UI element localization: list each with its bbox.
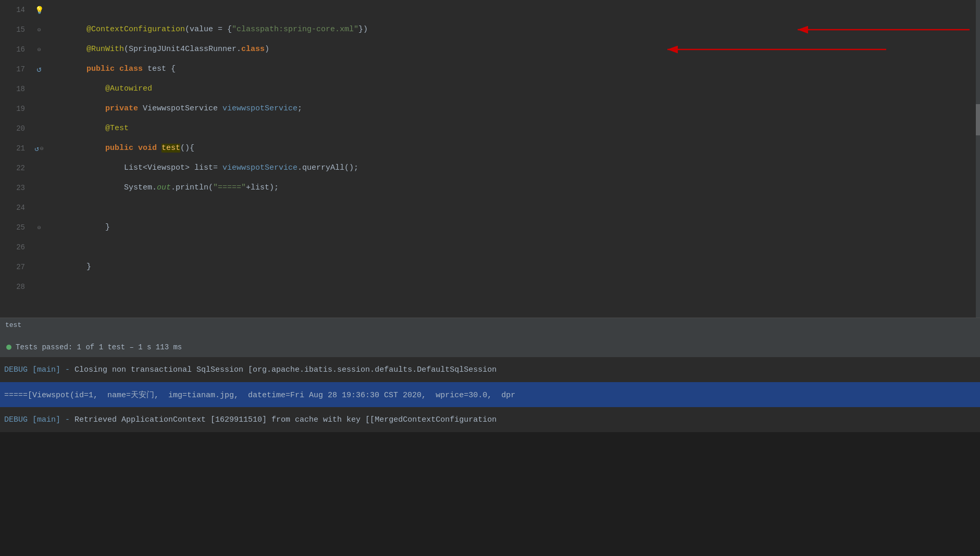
refresh-icon: ↺ [34,144,39,153]
line-number: 17 [0,65,31,73]
line-28: 28 [0,277,980,297]
line-27: 27 } [0,257,980,277]
refresh-icon: ↺ [36,64,42,74]
line-number: 28 [0,283,31,291]
line-number: 22 [0,164,31,172]
console-output: DEBUG [main] - Closing non transactional… [0,357,980,432]
line-number: 15 [0,26,31,34]
line-number: 21 [0,144,31,153]
line-number: 19 [0,105,31,113]
breadcrumb: test [5,321,21,329]
line-number: 25 [0,223,31,232]
lightbulb-icon: 💡 [35,6,44,15]
editor-area: 14 💡 15 ⊖ @ContextConfiguration(value = … [0,0,980,318]
line-number: 16 [0,45,31,54]
code-lines: 14 💡 15 ⊖ @ContextConfiguration(value = … [0,0,980,297]
scrollbar-thumb[interactable] [976,104,980,135]
fold-icon: ⊖ [37,224,41,232]
line-number: 14 [0,6,31,14]
breadcrumb-bar: test [0,318,980,332]
editor-scrollbar[interactable] [976,0,980,318]
fold-icon: ⊖ [37,26,41,34]
line-gutter-17: ↺ [31,64,47,74]
line-gutter-14: 💡 [31,6,47,15]
line-gutter-16: ⊖ [31,46,47,54]
line-gutter-25: ⊖ [31,224,47,232]
line-number: 20 [0,124,31,133]
line-number: 27 [0,263,31,271]
fold-icon: ⊖ [37,46,41,54]
pass-indicator [6,345,11,350]
panel-separator [0,332,980,336]
line-number: 24 [0,204,31,212]
line-gutter-21: ↺ ⊖ [31,144,47,153]
line-number: 18 [0,85,31,93]
line-gutter-15: ⊖ [31,26,47,34]
fold-icon: ⊖ [40,145,44,153]
console-line-1: DEBUG [main] - Closing non transactional… [0,357,980,382]
console-line-3: DEBUG [main] - Retrieved ApplicationCont… [0,407,980,432]
test-status-text: Tests passed: 1 of 1 test – 1 s 113 ms [16,343,182,351]
line-23: 23 System.out.println("====="+list); [0,178,980,198]
line-number: 23 [0,184,31,192]
bottom-panel: Tests passed: 1 of 1 test – 1 s 113 ms D… [0,336,980,556]
test-status-bar: Tests passed: 1 of 1 test – 1 s 113 ms [0,337,980,357]
line-number: 26 [0,243,31,251]
line-25: 25 ⊖ } [0,218,980,237]
console-line-2: =====[Viewspot(id=1, name=天安门, img=tiana… [0,382,980,407]
